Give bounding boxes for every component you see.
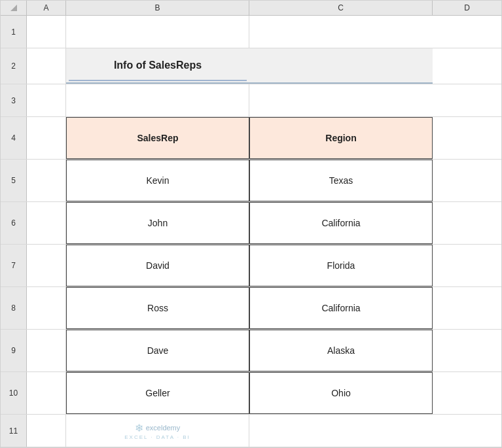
row-header-8: 8	[1, 287, 27, 329]
cell-a7[interactable]	[27, 245, 66, 286]
cell-b10[interactable]: Geller	[66, 372, 249, 414]
row-6: 6 John California	[1, 202, 501, 245]
row-10: 10 Geller Ohio	[1, 372, 501, 415]
row-header-4: 4	[1, 117, 27, 159]
cell-d4[interactable]	[433, 117, 501, 159]
column-headers: A B C D	[1, 1, 501, 16]
cell-c10[interactable]: Ohio	[249, 372, 433, 414]
cell-d5[interactable]	[433, 160, 501, 201]
row-header-10: 10	[1, 372, 27, 414]
cell-c6[interactable]: California	[249, 202, 433, 244]
cell-a11[interactable]	[27, 415, 66, 447]
cell-b11[interactable]: ❄ exceldemy EXCEL · DATA · BI	[66, 415, 249, 447]
svg-marker-0	[10, 5, 17, 11]
spreadsheet: A B C D 1 2 Info of SalesReps	[0, 0, 502, 448]
cell-a4[interactable]	[27, 117, 66, 159]
cell-c3[interactable]	[249, 84, 433, 116]
row-3: 3	[1, 84, 501, 117]
row-header-11: 11	[1, 415, 27, 447]
cell-b6[interactable]: John	[66, 202, 249, 244]
watermark-brand: exceldemy	[146, 424, 181, 432]
col-header-a[interactable]: A	[27, 1, 66, 15]
cell-c8[interactable]: California	[249, 287, 433, 329]
cell-d8[interactable]	[433, 287, 501, 329]
cell-a6[interactable]	[27, 202, 66, 244]
corner-cell	[1, 1, 27, 15]
cell-a5[interactable]	[27, 160, 66, 201]
watermark: ❄ exceldemy EXCEL · DATA · BI	[124, 422, 190, 440]
spreadsheet-body: 1 2 Info of SalesReps 3 4	[1, 16, 501, 447]
row-header-3: 3	[1, 84, 27, 116]
col-header-d[interactable]: D	[433, 1, 501, 15]
cell-d1[interactable]	[433, 16, 501, 48]
cell-c4-region-header[interactable]: Region	[249, 117, 433, 159]
col-header-c[interactable]: C	[249, 1, 433, 15]
row-2: 2 Info of SalesReps	[1, 48, 501, 84]
cell-b5[interactable]: Kevin	[66, 160, 249, 201]
row-header-7: 7	[1, 245, 27, 286]
cell-c7[interactable]: Florida	[249, 245, 433, 286]
cell-c11[interactable]	[249, 415, 433, 447]
row-7: 7 David Florida	[1, 245, 501, 287]
row-8: 8 Ross California	[1, 287, 501, 330]
cell-b4-salesrep-header[interactable]: SalesRep	[66, 117, 249, 159]
cell-a8[interactable]	[27, 287, 66, 329]
cell-a3[interactable]	[27, 84, 66, 116]
cell-a2[interactable]	[27, 48, 66, 84]
cell-d2[interactable]	[433, 48, 501, 84]
watermark-icon: ❄	[135, 422, 143, 434]
cell-b2[interactable]: Info of SalesReps	[66, 48, 249, 84]
row-header-5: 5	[1, 160, 27, 201]
row-header-9: 9	[1, 330, 27, 371]
cell-c1[interactable]	[249, 16, 433, 48]
cell-a10[interactable]	[27, 372, 66, 414]
row-header-2: 2	[1, 48, 27, 84]
watermark-tagline: EXCEL · DATA · BI	[124, 434, 190, 440]
row-header-1: 1	[1, 16, 27, 48]
row-1: 1	[1, 16, 501, 48]
cell-d6[interactable]	[433, 202, 501, 244]
cell-d3[interactable]	[433, 84, 501, 116]
cell-a1[interactable]	[27, 16, 66, 48]
row-4: 4 SalesRep Region	[1, 117, 501, 160]
row-9: 9 Dave Alaska	[1, 330, 501, 372]
cell-c2[interactable]	[249, 48, 433, 84]
cell-d10[interactable]	[433, 372, 501, 414]
cell-a9[interactable]	[27, 330, 66, 371]
cell-c9[interactable]: Alaska	[249, 330, 433, 371]
cell-b3[interactable]	[66, 84, 249, 116]
cell-b1[interactable]	[66, 16, 249, 48]
row-11: 11 ❄ exceldemy EXCEL · DATA · BI	[1, 415, 501, 447]
row-5: 5 Kevin Texas	[1, 160, 501, 202]
cell-d7[interactable]	[433, 245, 501, 286]
cell-c5[interactable]: Texas	[249, 160, 433, 201]
cell-b9[interactable]: Dave	[66, 330, 249, 371]
cell-b8[interactable]: Ross	[66, 287, 249, 329]
cell-b7[interactable]: David	[66, 245, 249, 286]
row-header-6: 6	[1, 202, 27, 244]
col-header-b[interactable]: B	[66, 1, 249, 15]
cell-d9[interactable]	[433, 330, 501, 371]
cell-d11[interactable]	[433, 415, 501, 447]
spreadsheet-title: Info of SalesReps	[69, 50, 247, 81]
